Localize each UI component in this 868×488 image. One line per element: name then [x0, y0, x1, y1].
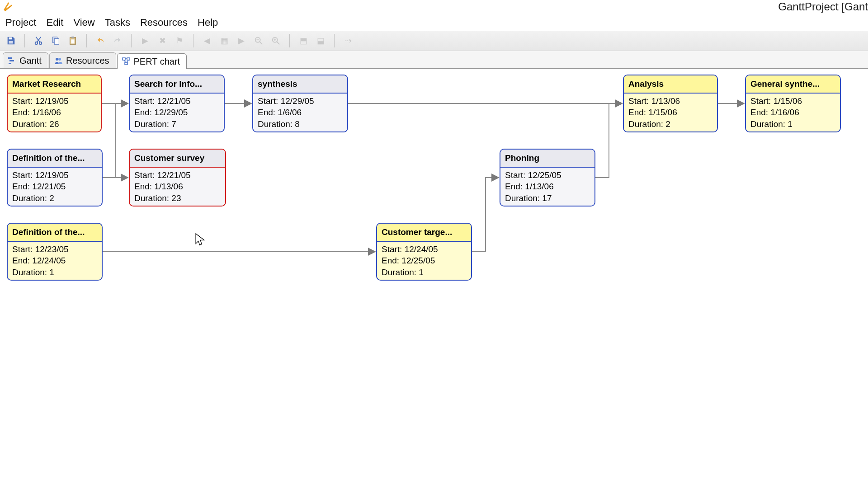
node-body: Start: 12/29/05End: 1/6/06Duration: 8 — [253, 94, 347, 132]
svg-rect-1 — [9, 41, 13, 44]
tab-resources[interactable]: Resources — [49, 52, 116, 68]
pert-node[interactable]: Search for info...Start: 12/21/05End: 12… — [129, 75, 225, 132]
node-start: Start: 12/29/05 — [258, 95, 343, 107]
tab-pert[interactable]: PERT chart — [117, 53, 187, 69]
node-body: Start: 12/23/05End: 12/24/05Duration: 1 — [8, 242, 102, 281]
node-body: Start: 12/19/05End: 1/16/06Duration: 26 — [8, 94, 101, 132]
node-end: End: 1/13/06 — [505, 181, 590, 192]
zoom-out-icon[interactable] — [252, 34, 265, 47]
node-duration: Duration: 17 — [505, 192, 590, 204]
pert-node[interactable]: Customer surveyStart: 12/21/05End: 1/13/… — [129, 149, 226, 206]
node-start: Start: 12/24/05 — [382, 244, 467, 255]
node-start: Start: 12/21/05 — [134, 169, 221, 181]
nav-prev-icon[interactable]: ◀ — [201, 34, 213, 47]
node-duration: Duration: 7 — [134, 118, 219, 130]
cut-icon[interactable] — [32, 34, 45, 47]
svg-rect-22 — [127, 58, 130, 60]
svg-rect-21 — [123, 58, 125, 60]
tab-bar: Gantt Resources PERT chart — [0, 51, 868, 69]
people-icon — [54, 56, 62, 65]
node-end: End: 1/16/06 — [12, 107, 96, 118]
tab-gantt-label: Gantt — [19, 56, 42, 66]
pert-node[interactable]: General synthe...Start: 1/15/06End: 1/16… — [745, 75, 841, 132]
pert-edge — [595, 103, 622, 178]
svg-point-20 — [58, 58, 61, 61]
node-title: Definition of the... — [12, 227, 85, 237]
node-title: Customer survey — [134, 153, 204, 163]
menu-help[interactable]: Help — [193, 16, 222, 29]
zoom-in-icon[interactable] — [269, 34, 282, 47]
toolbar-separator — [193, 34, 193, 47]
menu-view[interactable]: View — [69, 16, 99, 29]
node-title: General synthe... — [750, 79, 820, 89]
node-body: Start: 1/13/06End: 1/15/06Duration: 2 — [624, 94, 717, 132]
copy-icon[interactable] — [49, 34, 62, 47]
gantt-icon — [8, 56, 16, 65]
svg-point-19 — [56, 58, 58, 61]
toolbar: ▶ ✖ ⚑ ◀ ▦ ▶ ⬒ ⬓ ⇢ — [0, 30, 868, 51]
node-body: Start: 12/21/05End: 12/29/05Duration: 7 — [130, 94, 224, 132]
node-duration: Duration: 1 — [382, 267, 467, 278]
menu-project[interactable]: Project — [1, 16, 41, 29]
svg-rect-23 — [125, 62, 127, 65]
pert-edge — [472, 178, 499, 252]
node-duration: Duration: 26 — [12, 118, 96, 130]
pert-node[interactable]: synthesisStart: 12/29/05End: 1/6/06Durat… — [252, 75, 348, 132]
pert-node[interactable]: Customer targe...Start: 12/24/05End: 12/… — [376, 223, 472, 281]
link-icon[interactable]: ⇢ — [342, 34, 354, 47]
node-start: Start: 1/15/06 — [750, 95, 835, 107]
node-duration: Duration: 1 — [750, 118, 835, 130]
menu-bar: Project Edit View Tasks Resources Help — [0, 14, 868, 30]
node-body: Start: 12/21/05End: 1/13/06Duration: 23 — [130, 168, 225, 206]
pert-node[interactable]: AnalysisStart: 1/13/06End: 1/15/06Durati… — [623, 75, 718, 132]
paste-icon[interactable] — [66, 34, 79, 47]
pert-edge — [103, 103, 128, 178]
menu-edit[interactable]: Edit — [42, 16, 68, 29]
goto-start-icon[interactable]: ▶ — [139, 34, 151, 47]
indent-icon[interactable]: ⬒ — [297, 34, 310, 47]
svg-rect-0 — [9, 38, 12, 40]
node-title: Search for info... — [134, 79, 202, 89]
tab-pert-label: PERT chart — [134, 56, 180, 67]
delete-icon[interactable]: ✖ — [156, 34, 169, 47]
zoom-fit-icon[interactable]: ▦ — [218, 34, 231, 47]
node-end: End: 1/6/06 — [258, 107, 343, 118]
pert-node[interactable]: PhoningStart: 12/25/05End: 1/13/06Durati… — [500, 149, 595, 206]
toolbar-separator — [24, 34, 25, 47]
node-end: End: 12/21/05 — [12, 181, 97, 192]
pert-icon — [122, 57, 130, 66]
tab-gantt[interactable]: Gantt — [3, 52, 48, 68]
svg-rect-17 — [9, 60, 14, 61]
svg-rect-5 — [54, 38, 59, 44]
properties-icon[interactable]: ⚑ — [173, 34, 186, 47]
node-title: Market Research — [12, 79, 81, 89]
node-end: End: 1/16/06 — [750, 107, 835, 118]
nav-next-icon[interactable]: ▶ — [235, 34, 248, 47]
menu-tasks[interactable]: Tasks — [100, 16, 135, 29]
window-title: GanttProject [Gant — [778, 0, 868, 14]
mouse-cursor-icon — [195, 233, 205, 246]
undo-icon[interactable] — [94, 34, 107, 47]
node-body: Start: 12/19/05End: 12/21/05Duration: 2 — [8, 168, 102, 206]
redo-icon[interactable] — [111, 34, 124, 47]
node-duration: Duration: 8 — [258, 118, 343, 130]
svg-line-10 — [260, 42, 263, 45]
svg-rect-7 — [71, 37, 74, 38]
pert-node[interactable]: Definition of the...Start: 12/23/05End: … — [7, 223, 103, 281]
pert-canvas[interactable]: Market ResearchStart: 12/19/05End: 1/16/… — [0, 69, 868, 488]
node-body: Start: 1/15/06End: 1/16/06Duration: 1 — [746, 94, 840, 132]
svg-rect-16 — [8, 57, 12, 59]
save-icon[interactable] — [5, 34, 17, 47]
title-bar: GanttProject [Gant — [0, 0, 868, 14]
node-duration: Duration: 2 — [12, 192, 97, 204]
node-title: Customer targe... — [382, 227, 452, 237]
toolbar-separator — [289, 34, 290, 47]
outdent-icon[interactable]: ⬓ — [314, 34, 327, 47]
pert-node[interactable]: Definition of the...Start: 12/19/05End: … — [7, 149, 103, 206]
pert-node[interactable]: Market ResearchStart: 12/19/05End: 1/16/… — [7, 75, 102, 132]
node-title: Definition of the... — [12, 153, 85, 163]
node-end: End: 12/25/05 — [382, 255, 467, 267]
menu-resources[interactable]: Resources — [136, 16, 192, 29]
toolbar-separator — [131, 34, 132, 47]
node-duration: Duration: 2 — [628, 118, 712, 130]
